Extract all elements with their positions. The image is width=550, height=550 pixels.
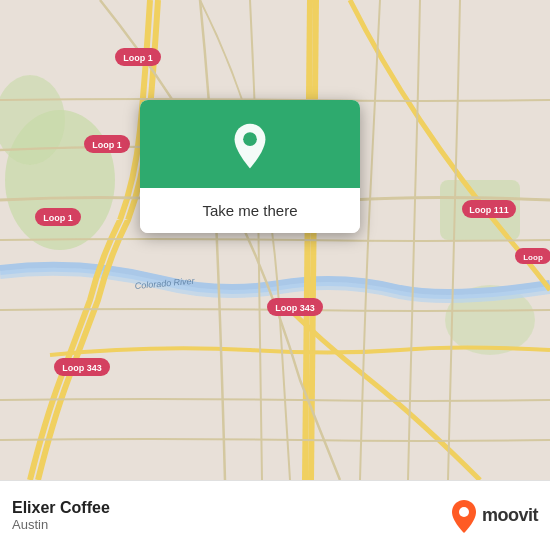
svg-text:Loop 1: Loop 1 <box>92 140 122 150</box>
svg-point-20 <box>243 132 257 146</box>
svg-text:Loop 111: Loop 111 <box>469 205 509 215</box>
moovit-brand-text: moovit <box>482 505 538 526</box>
svg-text:Loop 1: Loop 1 <box>123 53 153 63</box>
moovit-pin-icon <box>450 499 478 533</box>
popup-card: Take me there <box>140 100 360 233</box>
location-info: Elixer Coffee Austin <box>12 499 450 532</box>
bottom-bar: Elixer Coffee Austin moovit <box>0 480 550 550</box>
take-me-there-button[interactable]: Take me there <box>140 188 360 233</box>
map-svg: Loop 1 Loop 1 Loop 1 Loop 111 Loop 343 L… <box>0 0 550 480</box>
location-pin-icon <box>226 122 274 170</box>
svg-text:Loop 343: Loop 343 <box>62 363 102 373</box>
svg-text:Loop 1: Loop 1 <box>43 213 73 223</box>
map-container: Loop 1 Loop 1 Loop 1 Loop 111 Loop 343 L… <box>0 0 550 480</box>
svg-text:Loop: Loop <box>523 253 543 262</box>
svg-text:Loop 343: Loop 343 <box>275 303 315 313</box>
location-name: Elixer Coffee <box>12 499 450 517</box>
location-city: Austin <box>12 517 450 532</box>
svg-point-21 <box>459 507 469 517</box>
moovit-logo: moovit <box>450 499 538 533</box>
popup-green-area <box>140 100 360 188</box>
